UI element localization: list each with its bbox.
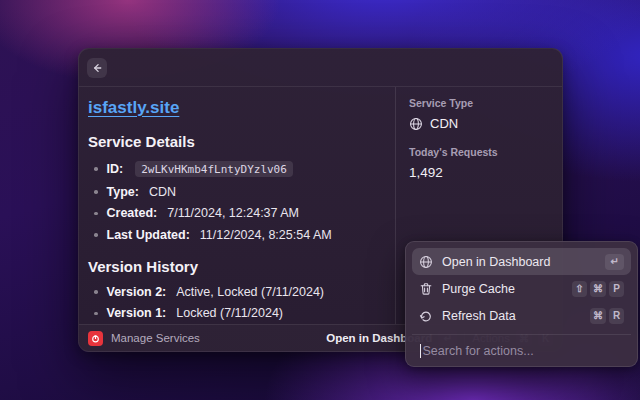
action-purge-cache[interactable]: Purge Cache ⇧ ⌘ P [412, 275, 631, 302]
action-open-in-dashboard[interactable]: Open in Dashboard ↵ [412, 248, 631, 275]
shift-key-icon: ⇧ [572, 281, 587, 297]
title-bar [79, 49, 562, 87]
shortcut-keys: ⇧ ⌘ P [572, 281, 624, 297]
bullet-dot [94, 212, 98, 216]
r-key-icon: R [609, 308, 624, 324]
service-details-list: ID: 2wLKvHKmb4fLntyDYzlv06 Type: CDN Cre… [88, 161, 381, 242]
rotate-ccw-icon [419, 309, 433, 323]
item-label: Last Updated: [107, 229, 190, 242]
command-key-icon: ⌘ [590, 281, 606, 297]
shortcut-keys: ↵ [605, 254, 624, 270]
arrow-left-icon [91, 62, 103, 74]
list-item: Type: CDN [94, 186, 381, 199]
list-item: Last Updated: 11/12/2024, 8:25:54 AM [94, 229, 381, 242]
item-value: CDN [149, 186, 176, 199]
item-label: Type: [107, 186, 139, 199]
item-value: 11/12/2024, 8:25:54 AM [200, 229, 332, 242]
fastly-app-icon [88, 331, 103, 346]
bullet-dot [94, 290, 98, 294]
list-item: Version 2: Active, Locked (7/11/2024) [94, 286, 381, 299]
item-label: Version 2: [107, 286, 167, 299]
extension-name: Manage Services [111, 332, 318, 344]
service-type-label: Service Type [409, 97, 552, 109]
globe-icon [409, 117, 423, 131]
service-type-value: CDN [430, 116, 458, 131]
item-label: Version 1: [107, 307, 167, 320]
text-caret [420, 344, 421, 358]
todays-requests-label: Today's Requests [409, 146, 552, 158]
actions-popover: Open in Dashboard ↵ Purge Cache ⇧ ⌘ P Re… [405, 241, 638, 367]
action-label: Refresh Data [442, 309, 581, 323]
version-history-heading: Version History [88, 258, 381, 275]
version-history-list: Version 2: Active, Locked (7/11/2024) Ve… [88, 286, 381, 321]
trash-icon [419, 282, 433, 296]
service-id-value: 2wLKvHKmb4fLntyDYzlv06 [135, 161, 293, 177]
list-item: Version 1: Locked (7/11/2024) [94, 307, 381, 320]
item-label: ID: [107, 163, 124, 176]
bullet-dot [94, 312, 98, 316]
shortcut-keys: ⌘ R [590, 308, 624, 324]
item-value: 7/11/2024, 12:24:37 AM [167, 207, 299, 220]
action-refresh-data[interactable]: Refresh Data ⌘ R [412, 302, 631, 329]
return-key-icon: ↵ [605, 254, 624, 270]
bullet-dot [94, 233, 98, 237]
bullet-dot [94, 190, 98, 194]
list-item: Created: 7/11/2024, 12:24:37 AM [94, 207, 381, 220]
service-title-link[interactable]: isfastly.site [88, 98, 179, 118]
detail-main-column: isfastly.site Service Details ID: 2wLKvH… [79, 87, 395, 324]
service-type-value-row: CDN [409, 116, 552, 131]
p-key-icon: P [609, 281, 624, 297]
action-label: Open in Dashboard [442, 255, 596, 269]
list-item: ID: 2wLKvHKmb4fLntyDYzlv06 [94, 161, 381, 177]
action-label: Purge Cache [442, 282, 563, 296]
item-value: Active, Locked (7/11/2024) [176, 286, 324, 299]
item-value: Locked (7/11/2024) [176, 307, 283, 320]
item-label: Created: [107, 207, 158, 220]
bullet-dot [94, 167, 98, 171]
todays-requests-value: 1,492 [409, 165, 552, 180]
globe-icon [419, 255, 433, 269]
back-button[interactable] [87, 58, 107, 78]
command-key-icon: ⌘ [590, 308, 606, 324]
actions-search-input[interactable] [422, 344, 623, 358]
service-details-heading: Service Details [88, 133, 381, 150]
actions-search-row [412, 334, 631, 366]
